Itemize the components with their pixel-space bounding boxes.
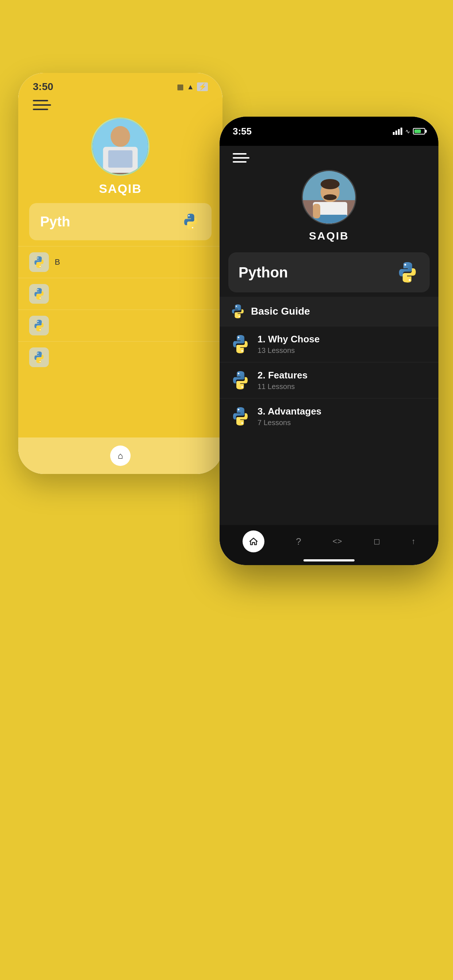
svg-point-6	[38, 258, 39, 258]
svg-point-1	[110, 126, 130, 147]
list-item[interactable]	[18, 341, 222, 373]
nav-bookmark-button[interactable]: ◻	[373, 537, 380, 546]
back-phone: 3:50 ▦ ▲ ⚡	[18, 73, 222, 474]
svg-point-31	[241, 422, 243, 424]
front-content: SAQIB Python	[220, 146, 439, 565]
svg-point-4	[188, 215, 190, 216]
svg-point-7	[40, 266, 41, 267]
code-icon: <>	[333, 537, 342, 546]
back-python-card[interactable]: Pyth	[29, 203, 212, 240]
back-status-icons: ▦ ▲ ⚡	[177, 83, 208, 91]
front-python-title: Python	[239, 264, 288, 281]
svg-point-27	[241, 350, 243, 352]
back-user-name: SAQIB	[99, 181, 142, 196]
front-user-name: SAQIB	[309, 230, 349, 242]
list-item[interactable]	[18, 310, 222, 341]
python-logo-large	[396, 260, 420, 285]
lesson-2-python-icon	[230, 370, 251, 391]
svg-rect-3	[108, 150, 133, 168]
svg-point-5	[192, 227, 193, 229]
back-bottom-nav: ⌂	[18, 438, 222, 474]
back-python-title: Pyth	[40, 214, 70, 230]
svg-point-9	[40, 298, 41, 299]
svg-point-24	[236, 305, 237, 307]
back-home-button[interactable]: ⌂	[110, 445, 131, 466]
svg-point-23	[409, 279, 411, 281]
lesson-2-text: 2. Features 11 Lessons	[257, 370, 428, 391]
question-icon: ?	[296, 536, 301, 547]
svg-point-18	[324, 194, 337, 200]
lesson-2-title: 2. Features	[257, 370, 428, 381]
front-notch	[296, 117, 362, 130]
front-status-icons: ∿	[393, 127, 425, 135]
front-avatar	[301, 170, 356, 224]
section-title: Basic Guide	[251, 305, 310, 317]
front-section-header: Basic Guide	[220, 297, 439, 326]
lesson-1-text: 1. Why Chose 13 Lessons	[257, 334, 428, 355]
lesson-item-3[interactable]: 3. Advantages 7 Lessons	[220, 398, 439, 434]
lessons-list: 1. Why Chose 13 Lessons	[220, 326, 439, 434]
back-avatar	[91, 118, 150, 176]
front-hamburger[interactable]	[220, 146, 439, 166]
svg-point-30	[238, 409, 239, 410]
section-python-icon	[230, 303, 246, 320]
lesson-3-title: 3. Advantages	[257, 406, 428, 417]
front-status-bar: 3:55 ∿	[220, 117, 439, 146]
svg-point-28	[238, 372, 239, 374]
front-bottom-nav: ? <> ◻ ↑	[220, 525, 439, 565]
lesson-1-title: 1. Why Chose	[257, 334, 428, 345]
front-avatar-section: SAQIB	[220, 166, 439, 248]
battery-icon	[413, 128, 425, 135]
svg-point-22	[405, 264, 406, 266]
wifi-icon: ∿	[405, 128, 410, 135]
nav-home-button[interactable]	[242, 530, 265, 552]
svg-point-13	[40, 361, 41, 362]
home-indicator	[303, 559, 354, 562]
back-list: B	[18, 246, 222, 373]
lesson-2-subtitle: 11 Lessons	[257, 382, 428, 391]
svg-point-25	[239, 316, 240, 317]
front-phone: 3:55 ∿	[220, 117, 439, 565]
svg-point-12	[38, 353, 39, 354]
svg-rect-21	[313, 204, 320, 218]
svg-point-10	[38, 321, 39, 322]
svg-point-29	[241, 386, 243, 388]
signal-icon	[393, 127, 402, 135]
back-list-text-1: B	[55, 258, 60, 267]
svg-point-8	[38, 289, 39, 290]
list-item[interactable]: B	[18, 246, 222, 278]
lesson-item-2[interactable]: 2. Features 11 Lessons	[220, 362, 439, 398]
back-python-logo	[181, 212, 201, 232]
lesson-3-text: 3. Advantages 7 Lessons	[257, 406, 428, 427]
lesson-1-python-icon	[230, 334, 251, 355]
list-item[interactable]	[18, 278, 222, 310]
back-hamburger[interactable]	[18, 92, 222, 110]
back-status-bar: 3:50 ▦ ▲ ⚡	[18, 73, 222, 92]
nav-share-button[interactable]: ↑	[412, 537, 415, 546]
svg-point-17	[321, 179, 340, 189]
bookmark-icon: ◻	[373, 537, 380, 546]
svg-point-11	[40, 329, 41, 330]
lesson-1-subtitle: 13 Lessons	[257, 346, 428, 355]
front-python-card[interactable]: Python	[228, 252, 430, 293]
nav-question-button[interactable]: ?	[296, 536, 301, 547]
share-icon: ↑	[412, 537, 415, 546]
svg-point-26	[238, 337, 239, 338]
back-avatar-section: SAQIB	[18, 110, 222, 196]
lesson-3-python-icon	[230, 406, 251, 427]
lesson-3-subtitle: 7 Lessons	[257, 418, 428, 427]
back-time: 3:50	[33, 81, 53, 92]
nav-code-button[interactable]: <>	[333, 537, 342, 546]
lesson-item-1[interactable]: 1. Why Chose 13 Lessons	[220, 326, 439, 362]
front-time: 3:55	[233, 126, 252, 137]
